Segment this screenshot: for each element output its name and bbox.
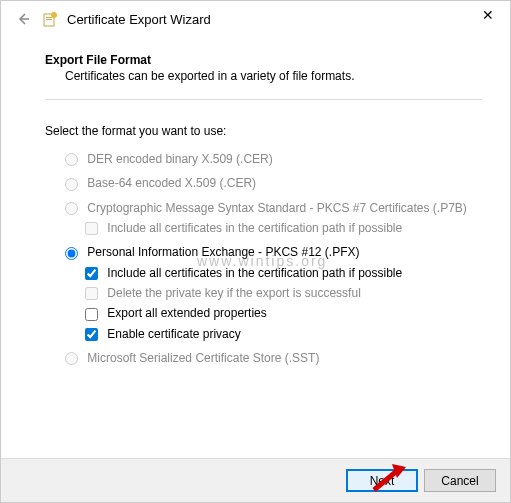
radio-pkcs7: Cryptographic Message Syntax Standard - … [65, 201, 482, 236]
button-bar: Next Cancel [1, 458, 510, 502]
window-title: Certificate Export Wizard [67, 12, 211, 27]
radio-base64-label: Base-64 encoded X.509 (.CER) [87, 176, 256, 190]
check-pfx-delete: Delete the private key if the export is … [85, 286, 482, 300]
check-pfx-privacy-input[interactable] [85, 328, 98, 341]
content-area: Export File Format Certificates can be e… [1, 35, 510, 365]
check-pfx-include-label: Include all certificates in the certific… [107, 266, 402, 280]
check-pfx-ext-label: Export all extended properties [107, 306, 266, 320]
radio-sst-input [65, 352, 78, 365]
svg-rect-3 [46, 19, 52, 20]
check-pkcs7-include-label: Include all certificates in the certific… [107, 221, 402, 235]
check-pfx-privacy-label: Enable certificate privacy [107, 327, 240, 341]
section-title: Export File Format [45, 53, 482, 67]
cancel-button[interactable]: Cancel [424, 469, 496, 492]
check-pfx-delete-label: Delete the private key if the export is … [107, 286, 360, 300]
section-desc: Certificates can be exported in a variet… [45, 69, 482, 83]
radio-sst-label: Microsoft Serialized Certificate Store (… [87, 351, 319, 365]
next-button[interactable]: Next [346, 469, 418, 492]
svg-point-4 [51, 12, 57, 18]
radio-der: DER encoded binary X.509 (.CER) [65, 152, 482, 166]
check-pfx-ext-input[interactable] [85, 308, 98, 321]
radio-pkcs7-label: Cryptographic Message Syntax Standard - … [87, 201, 467, 215]
check-pfx-include-input[interactable] [85, 267, 98, 280]
check-pfx-delete-input [85, 287, 98, 300]
radio-pfx-input[interactable] [65, 247, 78, 260]
radio-pfx[interactable]: Personal Information Exchange - PKCS #12… [65, 245, 482, 341]
format-radio-group: DER encoded binary X.509 (.CER) Base-64 … [45, 152, 482, 365]
divider [45, 99, 482, 100]
check-pfx-privacy[interactable]: Enable certificate privacy [85, 327, 482, 341]
wizard-icon [41, 10, 59, 28]
check-pkcs7-include: Include all certificates in the certific… [85, 221, 482, 235]
check-pfx-include[interactable]: Include all certificates in the certific… [85, 266, 482, 280]
close-button[interactable]: ✕ [472, 3, 504, 27]
radio-base64-input [65, 178, 78, 191]
radio-sst: Microsoft Serialized Certificate Store (… [65, 351, 482, 365]
radio-base64: Base-64 encoded X.509 (.CER) [65, 176, 482, 190]
check-pfx-ext[interactable]: Export all extended properties [85, 306, 482, 320]
close-icon: ✕ [482, 7, 494, 23]
radio-pkcs7-input [65, 202, 78, 215]
titlebar: Certificate Export Wizard [1, 1, 510, 35]
back-arrow-icon [16, 12, 30, 26]
radio-der-input [65, 153, 78, 166]
back-button[interactable] [13, 9, 33, 29]
check-pkcs7-include-input [85, 222, 98, 235]
radio-der-label: DER encoded binary X.509 (.CER) [87, 152, 272, 166]
format-prompt: Select the format you want to use: [45, 124, 482, 138]
svg-rect-2 [46, 17, 52, 18]
radio-pfx-label: Personal Information Exchange - PKCS #12… [87, 245, 359, 259]
